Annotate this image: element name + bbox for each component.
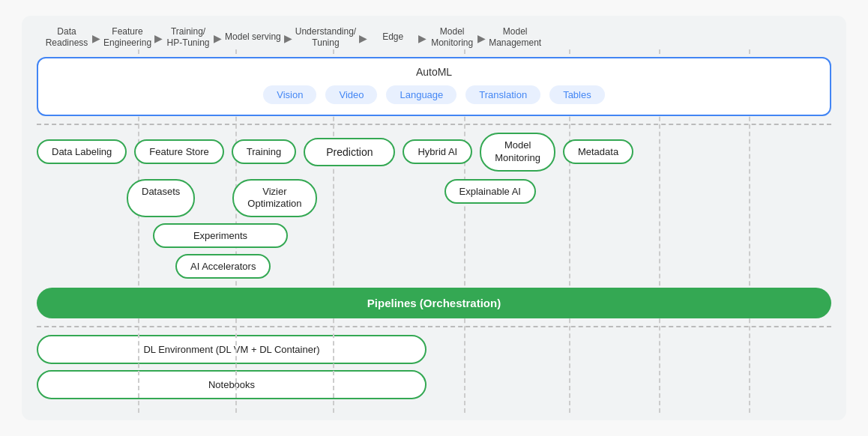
arrow-icon-6: ▶ xyxy=(418,32,427,44)
step-model-serving: Model serving xyxy=(225,31,281,43)
step-data-readiness: DataReadiness xyxy=(44,26,89,49)
node-data-labeling: Data Labeling xyxy=(37,139,127,164)
node-metadata: Metadata xyxy=(563,139,633,164)
arrow-icon-2: ▶ xyxy=(154,32,163,44)
node-vizier-optimization: VizierOptimization xyxy=(232,179,316,218)
nodes-row-3: Experiments xyxy=(37,223,831,248)
bottom-section: DL Environment (DL VM + DL Container) No… xyxy=(37,335,831,399)
step-training: Training/HP-Tuning xyxy=(166,26,211,49)
diagram: DataReadiness ▶ FeatureEngineering ▶ Tra… xyxy=(22,16,846,421)
chip-language: Language xyxy=(386,85,456,104)
node-experiments: Experiments xyxy=(153,223,288,248)
automl-title: AutoML xyxy=(53,66,815,78)
nodes-row-4: AI Accelerators xyxy=(37,254,831,279)
step-feature-engineering: FeatureEngineering xyxy=(103,26,151,49)
pipeline-header: DataReadiness ▶ FeatureEngineering ▶ Tra… xyxy=(22,16,846,49)
separator-2 xyxy=(37,326,831,327)
node-hybrid-ai: Hybrid AI xyxy=(403,139,472,164)
step-understanding: Understanding/Tuning xyxy=(295,26,356,49)
node-dl-environment: DL Environment (DL VM + DL Container) xyxy=(37,335,427,364)
step-model-monitoring: ModelMonitoring xyxy=(430,26,474,49)
chip-video: Video xyxy=(325,85,377,104)
inner-content: AutoML Vision Video Language Translation… xyxy=(22,49,846,414)
nodes-row-2: Datasets VizierOptimization Explainable … xyxy=(37,179,831,218)
node-prediction: Prediction xyxy=(304,138,395,166)
node-training: Training xyxy=(232,139,296,164)
node-feature-store: Feature Store xyxy=(134,139,224,164)
nodes-section: Data Labeling Feature Store Training Pre… xyxy=(37,133,831,319)
arrow-icon-5: ▶ xyxy=(359,32,367,44)
automl-chips: Vision Video Language Translation Tables xyxy=(53,85,815,104)
automl-box: AutoML Vision Video Language Translation… xyxy=(37,57,831,116)
arrow-icon-4: ▶ xyxy=(284,32,292,44)
chip-tables: Tables xyxy=(549,85,605,104)
chip-vision: Vision xyxy=(263,85,316,104)
node-vizier-wrapper: VizierOptimization xyxy=(232,179,316,218)
separator-1 xyxy=(37,124,831,125)
arrow-icon-7: ▶ xyxy=(477,32,486,44)
step-model-management: ModelManagement xyxy=(489,26,541,49)
content-area: AutoML Vision Video Language Translation… xyxy=(22,49,846,414)
step-edge: Edge xyxy=(370,31,415,43)
arrow-icon-3: ▶ xyxy=(214,32,222,44)
node-model-monitoring: ModelMonitoring xyxy=(480,133,555,172)
node-datasets: Datasets xyxy=(127,179,195,218)
arrow-icon-1: ▶ xyxy=(92,32,100,44)
pipelines-bar: Pipelines (Orchestration) xyxy=(37,288,831,318)
node-notebooks: Notebooks xyxy=(37,370,427,399)
node-explainable-ai: Explainable AI xyxy=(444,179,536,204)
node-explainable-wrapper: Explainable AI xyxy=(444,179,536,218)
node-ai-accelerators: AI Accelerators xyxy=(175,254,271,279)
chip-translation: Translation xyxy=(465,85,540,104)
nodes-row-1: Data Labeling Feature Store Training Pre… xyxy=(37,133,831,172)
pipelines-label: Pipelines (Orchestration) xyxy=(367,297,501,309)
